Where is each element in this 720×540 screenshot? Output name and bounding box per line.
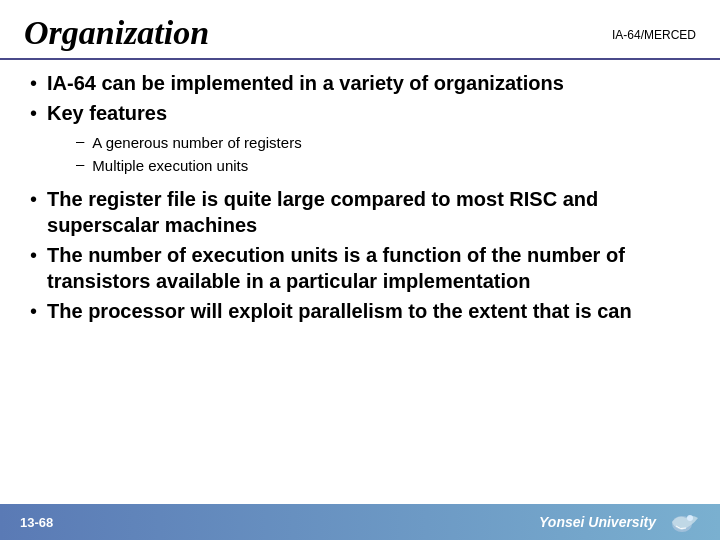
university-logo-icon (664, 508, 700, 536)
bullet-icon: • (30, 300, 37, 323)
footer-right: Yonsei University (539, 508, 700, 536)
bullet-text: Key features (47, 100, 167, 126)
bullet-icon: • (30, 244, 37, 267)
list-item: – Multiple execution units (76, 155, 690, 176)
bullet-text: The processor will exploit parallelism t… (47, 298, 632, 324)
slide-header: Organization IA-64/MERCED (0, 0, 720, 60)
list-item: • The number of execution units is a fun… (30, 242, 690, 294)
bullet-icon: • (30, 188, 37, 211)
sub-bullet-list: – A generous number of registers – Multi… (76, 132, 690, 178)
slide-content: • IA-64 can be implemented in a variety … (0, 60, 720, 504)
bullet-icon: • (30, 102, 37, 125)
bullet-text: The number of execution units is a funct… (47, 242, 690, 294)
page-number: 13-68 (20, 515, 53, 530)
slide-title: Organization (24, 14, 209, 52)
sub-bullet-text: Multiple execution units (92, 155, 248, 176)
slide-footer: 13-68 Yonsei University (0, 504, 720, 540)
sub-bullet-icon: – (76, 132, 84, 149)
slide: Organization IA-64/MERCED • IA-64 can be… (0, 0, 720, 540)
list-item: • IA-64 can be implemented in a variety … (30, 70, 690, 96)
sub-bullet-text: A generous number of registers (92, 132, 301, 153)
sub-bullet-icon: – (76, 155, 84, 172)
university-name: Yonsei University (539, 514, 656, 530)
slide-tag: IA-64/MERCED (612, 28, 696, 42)
list-item: • Key features (30, 100, 690, 126)
list-item: • The register file is quite large compa… (30, 186, 690, 238)
bullet-text: The register file is quite large compare… (47, 186, 690, 238)
list-item: • The processor will exploit parallelism… (30, 298, 690, 324)
bullet-icon: • (30, 72, 37, 95)
bullet-text: IA-64 can be implemented in a variety of… (47, 70, 564, 96)
list-item: – A generous number of registers (76, 132, 690, 153)
svg-point-1 (687, 515, 693, 521)
